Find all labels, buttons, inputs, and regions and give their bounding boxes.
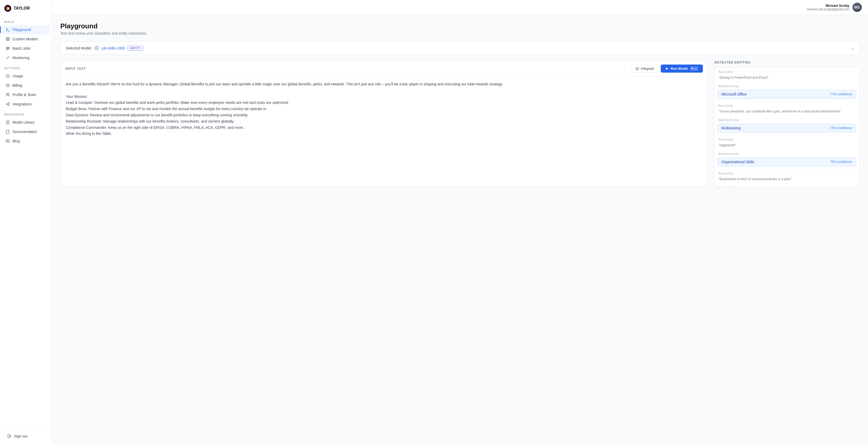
sidebar-item-playground-label: Playground bbox=[12, 28, 31, 32]
sidebar-item-model-library[interactable]: Model Library bbox=[2, 118, 50, 127]
keyboard-shortcut: ⌘ ↵ bbox=[690, 66, 698, 71]
sidebar-item-playground[interactable]: Playground bbox=[2, 25, 50, 34]
documentation-icon bbox=[6, 129, 10, 134]
matched-entity-label: Matched Entity bbox=[714, 116, 860, 123]
raw-entity-label: Raw Entity bbox=[714, 135, 860, 142]
matched-entity-label: Matched Entity bbox=[714, 183, 860, 187]
svg-point-10 bbox=[7, 93, 8, 95]
sidebar-item-custom-models-label: Custom Models bbox=[12, 37, 38, 41]
resources-section-label: RESOURCES bbox=[0, 109, 52, 118]
batch-jobs-icon bbox=[6, 46, 10, 51]
signout-label: Sign out bbox=[14, 434, 27, 438]
sidebar-item-documentation[interactable]: Documentation bbox=[2, 127, 50, 136]
integrate-label: Integrate bbox=[641, 67, 654, 70]
raw-entity-label: Raw Entity bbox=[714, 68, 860, 75]
run-model-button[interactable]: Run Model ⌘ ↵ bbox=[661, 64, 703, 72]
blog-icon bbox=[6, 139, 10, 143]
logo-icon bbox=[4, 5, 11, 12]
page-title: Playground bbox=[60, 22, 860, 30]
entity-confidence: 78% confidence bbox=[830, 126, 852, 130]
matched-entity-label: Matched Entity bbox=[714, 150, 860, 156]
sidebar-item-monitoring-label: Monitoring bbox=[12, 56, 29, 60]
matched-entity-name: Microsoft Office bbox=[721, 92, 747, 96]
input-panel: INPUT TEXT Integrate Run Model ⌘ ↵ bbox=[60, 61, 708, 186]
sidebar-item-usage[interactable]: Usage bbox=[2, 71, 50, 81]
model-selector-left: Selected Model: job-skills-1000 ENTITY bbox=[66, 46, 143, 51]
svg-point-14 bbox=[8, 105, 9, 106]
svg-rect-5 bbox=[6, 47, 9, 48]
user-name: Michael Scotty bbox=[807, 4, 849, 7]
build-section-label: BUILD bbox=[0, 16, 52, 25]
input-panel-actions: Integrate Run Model ⌘ ↵ bbox=[632, 64, 703, 72]
matched-entity-label: Matched Entity bbox=[714, 82, 860, 89]
sidebar-item-integrations[interactable]: Integrations bbox=[2, 100, 50, 109]
svg-rect-1 bbox=[6, 37, 7, 39]
model-selector-bar[interactable]: Selected Model: job-skills-1000 ENTITY ⌄ bbox=[60, 42, 860, 54]
run-icon bbox=[665, 67, 669, 70]
entity-badge: ENTITY bbox=[128, 46, 143, 51]
profile-team-icon bbox=[6, 93, 10, 97]
raw-entity-label: Raw Entity bbox=[714, 101, 860, 108]
raw-entity-text: "Strong in PowerPoint and Excel" bbox=[714, 75, 860, 82]
matched-entity-name: Organizational Skills bbox=[721, 160, 754, 164]
entity-group: Raw Entity"You're proactive, can multita… bbox=[714, 101, 860, 135]
sidebar-item-custom-models[interactable]: Custom Models bbox=[2, 35, 50, 43]
sidebar-item-batch-jobs[interactable]: Batch Jobs bbox=[2, 44, 50, 53]
raw-entity-text: "organized" bbox=[714, 142, 860, 150]
entities-panel-title: DETECTED ENTITIES bbox=[714, 61, 860, 64]
svg-marker-20 bbox=[666, 67, 668, 70]
raw-entity-text: "You're proactive, can multitask like a … bbox=[714, 108, 860, 116]
topbar: Michael Scotty michael.will.scotty@gmail… bbox=[52, 0, 868, 15]
main-area: Michael Scotty michael.will.scotty@gmail… bbox=[52, 0, 868, 444]
integrations-icon bbox=[6, 102, 10, 106]
sidebar-item-billing[interactable]: Billing bbox=[2, 81, 50, 90]
settings-section-label: SETTINGS bbox=[0, 62, 52, 71]
sidebar-item-blog[interactable]: Blog bbox=[2, 137, 50, 146]
sidebar-item-documentation-label: Documentation bbox=[12, 129, 37, 134]
svg-point-13 bbox=[8, 102, 9, 103]
matched-entity-row: Organizational Skills75% confidence bbox=[717, 157, 856, 166]
input-panel-header: INPUT TEXT Integrate Run Model ⌘ ↵ bbox=[61, 61, 708, 77]
input-panel-title: INPUT TEXT bbox=[65, 67, 86, 70]
sidebar-item-integrations-label: Integrations bbox=[12, 102, 31, 106]
model-name: job-skills-1000 bbox=[102, 46, 125, 50]
sidebar-item-monitoring[interactable]: Monitoring bbox=[2, 53, 50, 62]
integrate-button[interactable]: Integrate bbox=[632, 64, 658, 72]
signout-section: Sign out bbox=[0, 428, 52, 444]
signout-button[interactable]: Sign out bbox=[3, 432, 49, 441]
entity-group: Raw Entity"organized"Matched EntityOrgan… bbox=[714, 135, 860, 169]
monitoring-icon bbox=[6, 56, 10, 60]
sidebar-item-batch-jobs-label: Batch Jobs bbox=[12, 46, 30, 51]
entity-confidence: 75% confidence bbox=[830, 160, 852, 164]
svg-point-11 bbox=[8, 93, 9, 94]
model-library-icon bbox=[6, 120, 10, 124]
svg-rect-9 bbox=[6, 84, 9, 87]
svg-rect-2 bbox=[8, 37, 9, 39]
app-logo[interactable]: TAYLOR bbox=[0, 0, 52, 16]
billing-icon bbox=[6, 83, 10, 87]
entity-confidence: 77% confidence bbox=[830, 92, 852, 96]
sidebar: TAYLOR BUILD Playground Custom Models Ba… bbox=[0, 0, 52, 444]
playground-icon bbox=[6, 28, 10, 32]
page-subtitle: Test and review your classifiers and ent… bbox=[60, 31, 860, 35]
svg-rect-3 bbox=[6, 39, 7, 40]
input-text-content: Are you a Benefits Wizard? We're on the … bbox=[66, 81, 702, 137]
entities-list: Raw Entity"Strong in PowerPoint and Exce… bbox=[714, 67, 860, 187]
raw-entity-label: Raw Entity bbox=[714, 169, 860, 176]
entity-group: Raw Entity"Experience in tech or pharmac… bbox=[714, 169, 860, 187]
custom-models-icon bbox=[6, 37, 10, 41]
sidebar-item-blog-label: Blog bbox=[12, 139, 20, 143]
sidebar-item-profile-team[interactable]: Profile & Team bbox=[2, 90, 50, 99]
avatar: MS bbox=[852, 3, 862, 12]
run-model-label: Run Model bbox=[671, 67, 688, 70]
entities-panel: DETECTED ENTITIES Raw Entity"Strong in P… bbox=[714, 61, 860, 187]
sidebar-item-profile-team-label: Profile & Team bbox=[12, 93, 36, 97]
matched-entity-row: Multitasking78% confidence bbox=[717, 124, 856, 132]
app-name: TAYLOR bbox=[13, 6, 30, 11]
content-area: Playground Test and review your classifi… bbox=[52, 15, 868, 444]
usage-icon bbox=[6, 74, 10, 78]
svg-point-12 bbox=[6, 103, 7, 105]
user-info: Michael Scotty michael.will.scotty@gmail… bbox=[807, 4, 849, 11]
input-text-area[interactable]: Are you a Benefits Wizard? We're on the … bbox=[61, 77, 708, 186]
matched-entity-name: Multitasking bbox=[721, 126, 741, 130]
